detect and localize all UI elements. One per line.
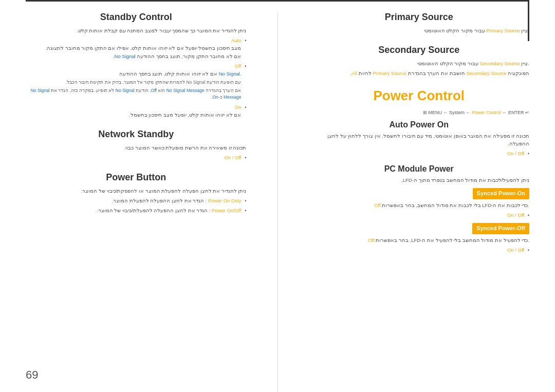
right-border xyxy=(528,0,529,41)
power-control-title: Power Control xyxy=(309,88,530,104)
section-secondary-source: Secondary Source .ציין Secondary Source … xyxy=(309,45,530,77)
synced-power-off-bullet: On / Off xyxy=(309,246,530,254)
network-standby-body: תכונה זו משאירה את הרשת מופעלת כאשר המוצ… xyxy=(26,144,247,161)
sub-section-pc-module: PC Module Power ניתן להפעיל/לכבות את מוד… xyxy=(309,164,530,254)
synced-power-off-desc: .כדי להפעיל את מודול המחשב בלי להפעיל את… xyxy=(309,236,530,244)
column-divider xyxy=(278,12,278,392)
power-button-body: ניתן להגדיר את לחצן הפעלה להפעלת המוצר א… xyxy=(26,187,247,215)
network-standby-intro: תכונה זו משאירה את הרשת מופעלת כאשר המוצ… xyxy=(26,144,247,152)
secondary-source-text: .ציין Secondary Source עבור מקור הקלט הא… xyxy=(309,60,530,67)
standby-control-title: Standby Control xyxy=(26,12,247,23)
on-label: On xyxy=(235,104,242,110)
on-text: אם לא יזוהו אותות קלט, יופעל מצב חיסכון … xyxy=(26,111,242,119)
power-on-off-label: Power On/Off xyxy=(212,208,241,213)
section-standby-control: Standby Control ניתן להגדיר את המוצר כך … xyxy=(26,12,247,119)
section-network-standby: Network Standby תכונה זו משאירה את הרשת … xyxy=(26,129,247,161)
auto-power-onoff: On / Off xyxy=(507,151,524,156)
menu-path: ⊞ MENU ← System ← Power Control ← ENTER … xyxy=(309,110,530,115)
synced-power-on-desc: .כדי לכבות את ה-LFD בלי לכבות את מודול ה… xyxy=(309,201,530,209)
primary-source-text: .ציין Primary Source עבור מקור הקלט האוט… xyxy=(309,27,530,34)
auto-label: Auto xyxy=(231,38,242,43)
pc-module-text: ניתן להפעיל/לכבות את מודול המחשב בנפרד מ… xyxy=(309,176,530,184)
synced-power-on-badge: Synced Power-On xyxy=(473,188,529,199)
power-button-intro: ניתן להגדיר את לחצן הפעלה להפעלת המוצר א… xyxy=(26,187,247,195)
standby-intro: ניתן להגדיר את המוצר כך שהמסך יעבור למצב… xyxy=(26,27,247,34)
auto-power-on-body: תכונה זו מפעילה את המוצר באופן אוטומטי, … xyxy=(309,132,530,158)
synced-power-on-bullet: On / Off xyxy=(309,211,530,219)
standby-bullet-on: On אם לא יזוהו אותות קלט, יופעל מצב חיסכ… xyxy=(26,103,247,119)
off-note2: אם הערך בהגדרה No Signal Message הוא Off… xyxy=(26,87,242,101)
page-container: Standby Control ניתן להגדיר את המוצר כך … xyxy=(0,0,555,392)
secondary-source-title: Secondary Source xyxy=(309,45,530,55)
standby-control-body: ניתן להגדיר את המוצר כך שהמסך יעבור למצב… xyxy=(26,27,247,119)
pc-module-title: PC Module Power xyxy=(309,164,530,174)
section-primary-source: Primary Source .ציין Primary Source עבור… xyxy=(309,12,530,34)
left-column: Standby Control ניתן להגדיר את המוצר כך … xyxy=(26,12,267,392)
auto-power-on-title: Auto Power On xyxy=(309,120,530,129)
primary-source-title: Primary Source xyxy=(309,12,530,23)
secondary-source-body: .ציין Secondary Source עבור מקור הקלט הא… xyxy=(309,60,530,77)
page-number: 69 xyxy=(26,368,38,382)
power-button-title: Power Button xyxy=(26,172,247,183)
off-text: .No Signal אם לא יזוהו אותות קלט, תוצג ב… xyxy=(26,70,242,78)
auto-power-on-text: תכונה זו מפעילה את המוצר באופן אוטומטי, … xyxy=(309,132,530,147)
off-note1: עם הופעת הודעת No Signal להמרות שהתקן מק… xyxy=(26,79,242,86)
network-onoff: On / Off xyxy=(224,155,241,160)
synced-off-onoff: On / Off xyxy=(507,247,524,253)
synced-power-off-container: Synced Power-Off xyxy=(309,223,530,234)
secondary-source-note: הפונקציה Secondary Source חושבת את הערך … xyxy=(309,69,530,77)
standby-bullet-auto: Auto מצב חיסכון בחשמל יופעל אם לא יזוהו … xyxy=(26,36,247,60)
network-standby-title: Network Standby xyxy=(26,129,247,140)
power-on-only-text: : הגדר את לחצן ההפעלה להפעלת המוצר. xyxy=(112,198,207,203)
power-on-off-bullet: Power On/Off : הגדר את לחצן ההפעלה להפעל… xyxy=(26,207,247,214)
primary-source-body: .ציין Primary Source עבור מקור הקלט האוט… xyxy=(309,27,530,34)
section-power-button: Power Button ניתן להגדיר את לחצן הפעלה ל… xyxy=(26,172,247,215)
synced-power-on-container: Synced Power-On xyxy=(309,188,530,199)
synced-power-off-badge: Synced Power-Off xyxy=(472,223,529,234)
menu-icon: ⊞ xyxy=(423,110,427,115)
pc-module-body: ניתן להפעיל/לכבות את מודול המחשב בנפרד מ… xyxy=(309,176,530,254)
right-column: Primary Source .ציין Primary Source עבור… xyxy=(288,12,530,392)
standby-bullet-off: Off .No Signal אם לא יזוהו אותות קלט, תו… xyxy=(26,62,247,101)
off-label: Off xyxy=(235,63,242,69)
auto-subtext: אם לא מחובר התקן מקור, תוצג בחסך ההודעה … xyxy=(26,52,242,60)
network-standby-bullet: On / Off xyxy=(26,154,247,161)
auto-text: מצב חיסכון בחשמל יופעל אם לא יזוהו אותות… xyxy=(26,44,242,52)
section-power-control: Power Control ⊞ MENU ← System ← Power Co… xyxy=(309,88,530,254)
power-on-only-label: Power On Only xyxy=(208,198,241,203)
power-on-only-bullet: Power On Only : הגדר את לחצן ההפעלה להפע… xyxy=(26,197,247,204)
synced-on-onoff: On / Off xyxy=(507,212,524,218)
auto-power-on-bullet: On / Off xyxy=(309,150,530,157)
content-area: Standby Control ניתן להגדיר את המוצר כך … xyxy=(26,2,529,392)
sub-section-auto-power-on: Auto Power On תכונה זו מפעילה את המוצר ב… xyxy=(309,120,530,158)
power-on-off-text: : הגדר את לחצן ההפעלה להפעלת/כיבוי של המ… xyxy=(97,208,210,213)
